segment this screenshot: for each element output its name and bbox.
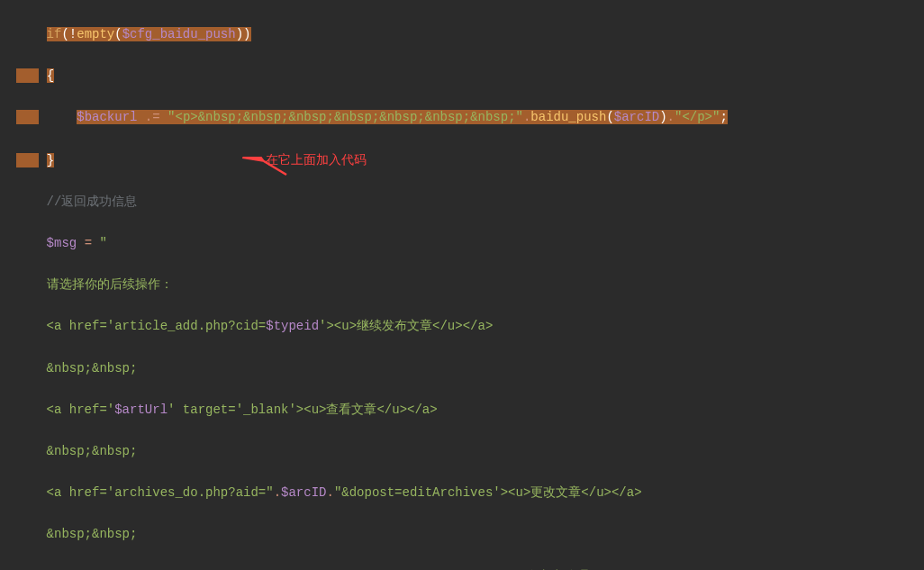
code-line: { (16, 66, 924, 86)
code-line: &nbsp;&nbsp; (16, 524, 924, 545)
code-line: }在它上面加入代码 (16, 149, 924, 171)
code-line: //返回成功信息 (16, 192, 924, 213)
code-line: <a href='catalog_do.php?cid=$typeid&dopo… (16, 566, 924, 570)
svg-line-1 (264, 161, 286, 175)
code-line: if(!empty($cfg_baidu_push)) (16, 24, 924, 45)
code-line: <a href='article_add.php?cid=$typeid'><u… (16, 316, 924, 337)
code-line: 请选择你的后续操作： (16, 275, 924, 295)
code-line: &nbsp;&nbsp; (16, 358, 924, 379)
code-line: <a href='archives_do.php?aid=".$arcID."&… (16, 483, 924, 503)
arrow-icon (196, 157, 295, 184)
code-line: <a href='$artUrl' target='_blank'><u>查看文… (16, 400, 924, 421)
code-line: $msg = " (16, 233, 924, 254)
code-line: $backurl .= "<p>&nbsp;&nbsp;&nbsp;&nbsp;… (16, 107, 924, 128)
code-line: &nbsp;&nbsp; (16, 441, 924, 462)
code-editor: if(!empty($cfg_baidu_push)) { $backurl .… (0, 0, 924, 570)
